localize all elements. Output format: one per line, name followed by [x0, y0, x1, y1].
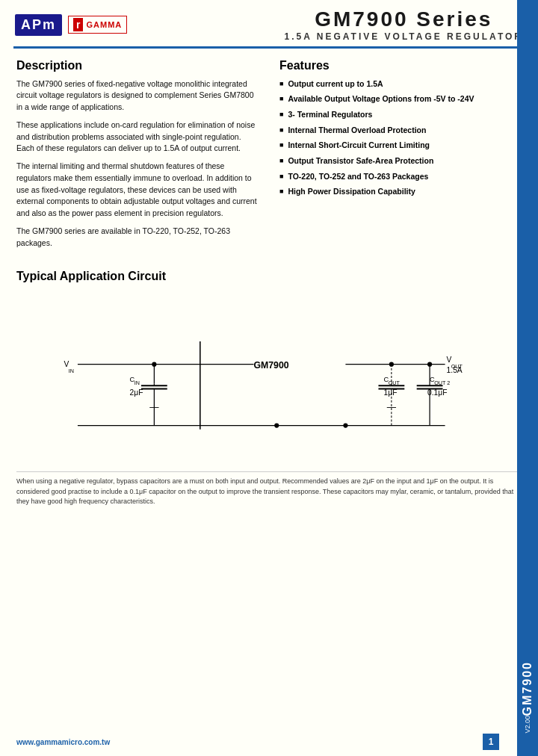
main-title: GM7900 Series — [285, 7, 523, 31]
sidebar-version-text: V2.00 — [524, 716, 531, 734]
features-title: Features — [279, 59, 522, 72]
description-title: Description — [16, 59, 259, 72]
desc-para-2: These applications include on-card regul… — [16, 120, 259, 155]
gamma-text: GAMMA — [86, 20, 122, 29]
svg-point-21 — [274, 424, 279, 428]
svg-text:V: V — [447, 356, 452, 364]
feature-item-4: Internal Thermal Overload Protection — [279, 125, 522, 136]
feature-item-1: Output current up to 1.5A — [279, 78, 522, 90]
circuit-title: Typical Application Circuit — [16, 270, 522, 283]
feature-item-2: Available Output Voltage Options from -5… — [279, 93, 522, 105]
svg-point-22 — [343, 424, 347, 428]
header: APm r GAMMA GM7900 Series 1.5A NEGATIVE … — [0, 0, 538, 46]
circuit-svg: V IN GM7900 V OUT 1.5A — [16, 294, 522, 458]
svg-text:IN: IN — [69, 368, 74, 374]
desc-para-4: The GM7900 series are available in TO-22… — [16, 226, 259, 250]
circuit-diagram: V IN GM7900 V OUT 1.5A — [16, 294, 522, 458]
feature-item-5: Internal Short-Circuit Current Limiting — [279, 140, 522, 151]
svg-text:1.5A: 1.5A — [447, 366, 463, 374]
apm-logo: APm — [15, 14, 62, 36]
desc-para-3: The internal limiting and thermal shutdo… — [16, 161, 259, 220]
description-column: Description The GM7900 series of fixed-n… — [16, 59, 272, 255]
features-list: Output current up to 1.5A Available Outp… — [279, 78, 522, 198]
subtitle: 1.5A NEGATIVE VOLTAGE REGULATOR — [285, 31, 523, 42]
app-circuit-section: Typical Application Circuit V IN GM7900 — [0, 262, 538, 465]
circuit-note-text: When using a negative regulator, bypass … — [16, 477, 513, 505]
right-sidebar: GM7900 V2.00 — [517, 0, 538, 756]
feature-item-3: 3- Terminal Regulators — [279, 109, 522, 120]
footer-note: When using a negative regulator, bypass … — [16, 471, 522, 507]
page-footer: www.gammamicro.com.tw 1 — [0, 734, 516, 750]
svg-text:IN: IN — [134, 381, 140, 387]
feature-item-7: TO-220, TO-252 and TO-263 Packages — [279, 171, 522, 182]
website-link: www.gammamicro.com.tw — [16, 738, 110, 746]
desc-para-1: The GM7900 series of fixed-negative volt… — [16, 78, 259, 114]
gamma-r-icon: r — [73, 18, 83, 31]
sidebar-model-text: GM7900 — [521, 661, 534, 716]
feature-item-8: High Power Dissipation Capability — [279, 186, 522, 197]
features-column: Features Output current up to 1.5A Avail… — [272, 59, 522, 255]
logo-area: APm r GAMMA — [15, 14, 127, 36]
title-area: GM7900 Series 1.5A NEGATIVE VOLTAGE REGU… — [285, 7, 523, 42]
gamma-logo: r GAMMA — [68, 16, 127, 34]
feature-item-6: Output Transistor Safe-Area Protection — [279, 155, 522, 167]
page-number: 1 — [483, 734, 499, 750]
gm7900-label: GM7900 — [254, 360, 289, 371]
svg-text:2μF: 2μF — [130, 388, 143, 397]
vin-label: V — [64, 360, 69, 368]
svg-text:—: — — [387, 402, 397, 412]
main-content: Description The GM7900 series of fixed-n… — [0, 49, 538, 263]
